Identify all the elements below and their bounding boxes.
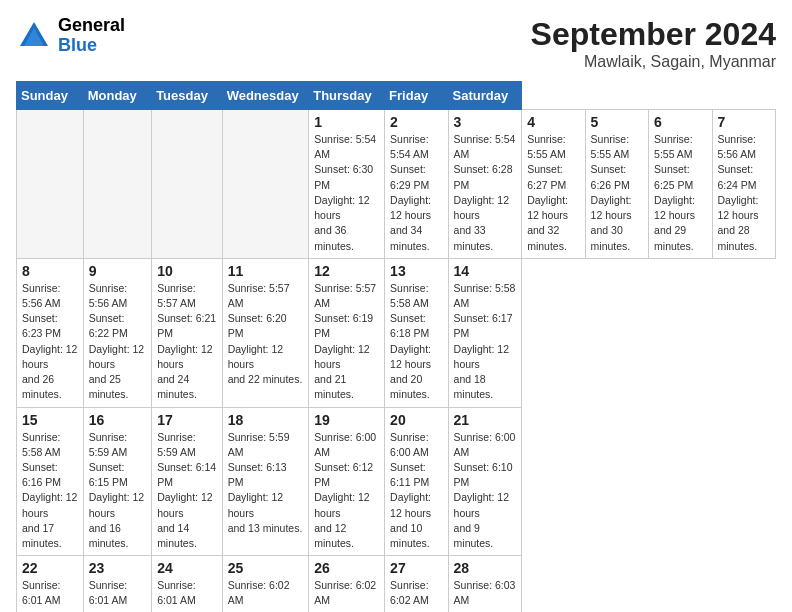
logo-icon xyxy=(16,18,52,54)
day-number: 24 xyxy=(157,560,217,576)
calendar-cell: 26Sunrise: 6:02 AMSunset: 6:04 PMDayligh… xyxy=(309,556,385,612)
calendar-cell: 20Sunrise: 6:00 AMSunset: 6:11 PMDayligh… xyxy=(385,407,448,556)
calendar-cell: 13Sunrise: 5:58 AMSunset: 6:18 PMDayligh… xyxy=(385,258,448,407)
calendar-cell: 27Sunrise: 6:02 AMSunset: 6:03 PMDayligh… xyxy=(385,556,448,612)
logo: General Blue xyxy=(16,16,125,56)
day-number: 12 xyxy=(314,263,379,279)
week-row-1: 1Sunrise: 5:54 AMSunset: 6:30 PMDaylight… xyxy=(17,110,776,259)
header-monday: Monday xyxy=(83,82,151,110)
calendar-cell: 14Sunrise: 5:58 AMSunset: 6:17 PMDayligh… xyxy=(448,258,522,407)
calendar-cell: 17Sunrise: 5:59 AMSunset: 6:14 PMDayligh… xyxy=(152,407,223,556)
day-number: 7 xyxy=(718,114,770,130)
day-number: 27 xyxy=(390,560,442,576)
day-number: 1 xyxy=(314,114,379,130)
calendar-cell: 7Sunrise: 5:56 AMSunset: 6:24 PMDaylight… xyxy=(712,110,775,259)
day-number: 25 xyxy=(228,560,304,576)
day-info: Sunrise: 6:02 AMSunset: 6:03 PMDaylight:… xyxy=(390,578,442,612)
calendar-cell xyxy=(152,110,223,259)
day-number: 23 xyxy=(89,560,146,576)
calendar-cell: 9Sunrise: 5:56 AMSunset: 6:22 PMDaylight… xyxy=(83,258,151,407)
day-info: Sunrise: 5:59 AMSunset: 6:15 PMDaylight:… xyxy=(89,430,146,552)
header: General Blue September 2024 Mawlaik, Sag… xyxy=(16,16,776,71)
day-number: 8 xyxy=(22,263,78,279)
day-info: Sunrise: 6:01 AMSunset: 6:08 PMDaylight:… xyxy=(89,578,146,612)
day-info: Sunrise: 5:58 AMSunset: 6:18 PMDaylight:… xyxy=(390,281,442,403)
calendar-cell: 21Sunrise: 6:00 AMSunset: 6:10 PMDayligh… xyxy=(448,407,522,556)
calendar-cell: 24Sunrise: 6:01 AMSunset: 6:07 PMDayligh… xyxy=(152,556,223,612)
calendar-cell: 22Sunrise: 6:01 AMSunset: 6:09 PMDayligh… xyxy=(17,556,84,612)
day-info: Sunrise: 5:57 AMSunset: 6:21 PMDaylight:… xyxy=(157,281,217,403)
day-info: Sunrise: 5:55 AMSunset: 6:26 PMDaylight:… xyxy=(591,132,643,254)
day-info: Sunrise: 6:01 AMSunset: 6:09 PMDaylight:… xyxy=(22,578,78,612)
calendar-cell xyxy=(83,110,151,259)
header-saturday: Saturday xyxy=(448,82,522,110)
month-title: September 2024 xyxy=(531,16,776,53)
header-tuesday: Tuesday xyxy=(152,82,223,110)
day-info: Sunrise: 6:01 AMSunset: 6:07 PMDaylight:… xyxy=(157,578,217,612)
day-info: Sunrise: 5:58 AMSunset: 6:16 PMDaylight:… xyxy=(22,430,78,552)
calendar-cell: 11Sunrise: 5:57 AMSunset: 6:20 PMDayligh… xyxy=(222,258,309,407)
day-info: Sunrise: 6:02 AMSunset: 6:06 PMDaylight:… xyxy=(228,578,304,612)
calendar-cell: 8Sunrise: 5:56 AMSunset: 6:23 PMDaylight… xyxy=(17,258,84,407)
calendar-cell: 2Sunrise: 5:54 AMSunset: 6:29 PMDaylight… xyxy=(385,110,448,259)
calendar-cell: 15Sunrise: 5:58 AMSunset: 6:16 PMDayligh… xyxy=(17,407,84,556)
day-number: 6 xyxy=(654,114,706,130)
day-info: Sunrise: 5:57 AMSunset: 6:20 PMDaylight:… xyxy=(228,281,304,388)
day-number: 26 xyxy=(314,560,379,576)
week-row-3: 15Sunrise: 5:58 AMSunset: 6:16 PMDayligh… xyxy=(17,407,776,556)
day-info: Sunrise: 5:56 AMSunset: 6:23 PMDaylight:… xyxy=(22,281,78,403)
day-number: 21 xyxy=(454,412,517,428)
day-info: Sunrise: 5:56 AMSunset: 6:22 PMDaylight:… xyxy=(89,281,146,403)
day-info: Sunrise: 5:57 AMSunset: 6:19 PMDaylight:… xyxy=(314,281,379,403)
calendar-cell: 10Sunrise: 5:57 AMSunset: 6:21 PMDayligh… xyxy=(152,258,223,407)
day-number: 5 xyxy=(591,114,643,130)
day-info: Sunrise: 5:54 AMSunset: 6:28 PMDaylight:… xyxy=(454,132,517,254)
day-number: 16 xyxy=(89,412,146,428)
calendar-cell: 19Sunrise: 6:00 AMSunset: 6:12 PMDayligh… xyxy=(309,407,385,556)
day-number: 13 xyxy=(390,263,442,279)
day-info: Sunrise: 5:55 AMSunset: 6:25 PMDaylight:… xyxy=(654,132,706,254)
calendar-cell: 5Sunrise: 5:55 AMSunset: 6:26 PMDaylight… xyxy=(585,110,648,259)
day-info: Sunrise: 6:00 AMSunset: 6:10 PMDaylight:… xyxy=(454,430,517,552)
day-info: Sunrise: 5:59 AMSunset: 6:13 PMDaylight:… xyxy=(228,430,304,537)
day-number: 2 xyxy=(390,114,442,130)
day-number: 9 xyxy=(89,263,146,279)
day-number: 28 xyxy=(454,560,517,576)
day-info: Sunrise: 6:02 AMSunset: 6:04 PMDaylight:… xyxy=(314,578,379,612)
header-sunday: Sunday xyxy=(17,82,84,110)
calendar-cell: 4Sunrise: 5:55 AMSunset: 6:27 PMDaylight… xyxy=(522,110,585,259)
day-number: 11 xyxy=(228,263,304,279)
day-number: 19 xyxy=(314,412,379,428)
day-number: 20 xyxy=(390,412,442,428)
calendar-cell: 1Sunrise: 5:54 AMSunset: 6:30 PMDaylight… xyxy=(309,110,385,259)
day-number: 17 xyxy=(157,412,217,428)
calendar-cell: 16Sunrise: 5:59 AMSunset: 6:15 PMDayligh… xyxy=(83,407,151,556)
day-number: 14 xyxy=(454,263,517,279)
calendar-cell: 23Sunrise: 6:01 AMSunset: 6:08 PMDayligh… xyxy=(83,556,151,612)
day-info: Sunrise: 6:03 AMSunset: 6:02 PMDaylight:… xyxy=(454,578,517,612)
calendar-header-row: SundayMondayTuesdayWednesdayThursdayFrid… xyxy=(17,82,776,110)
calendar-cell: 28Sunrise: 6:03 AMSunset: 6:02 PMDayligh… xyxy=(448,556,522,612)
day-info: Sunrise: 5:54 AMSunset: 6:30 PMDaylight:… xyxy=(314,132,379,254)
calendar-cell: 12Sunrise: 5:57 AMSunset: 6:19 PMDayligh… xyxy=(309,258,385,407)
logo-text: General Blue xyxy=(58,16,125,56)
day-number: 10 xyxy=(157,263,217,279)
calendar-cell: 6Sunrise: 5:55 AMSunset: 6:25 PMDaylight… xyxy=(649,110,712,259)
day-info: Sunrise: 5:59 AMSunset: 6:14 PMDaylight:… xyxy=(157,430,217,552)
location-title: Mawlaik, Sagain, Myanmar xyxy=(531,53,776,71)
day-number: 18 xyxy=(228,412,304,428)
day-info: Sunrise: 6:00 AMSunset: 6:12 PMDaylight:… xyxy=(314,430,379,552)
day-number: 22 xyxy=(22,560,78,576)
day-info: Sunrise: 5:55 AMSunset: 6:27 PMDaylight:… xyxy=(527,132,579,254)
day-info: Sunrise: 6:00 AMSunset: 6:11 PMDaylight:… xyxy=(390,430,442,552)
logo-general: General xyxy=(58,16,125,36)
week-row-4: 22Sunrise: 6:01 AMSunset: 6:09 PMDayligh… xyxy=(17,556,776,612)
logo-blue: Blue xyxy=(58,36,125,56)
header-friday: Friday xyxy=(385,82,448,110)
calendar-cell xyxy=(17,110,84,259)
week-row-2: 8Sunrise: 5:56 AMSunset: 6:23 PMDaylight… xyxy=(17,258,776,407)
day-number: 3 xyxy=(454,114,517,130)
calendar-cell: 3Sunrise: 5:54 AMSunset: 6:28 PMDaylight… xyxy=(448,110,522,259)
header-wednesday: Wednesday xyxy=(222,82,309,110)
day-info: Sunrise: 5:54 AMSunset: 6:29 PMDaylight:… xyxy=(390,132,442,254)
